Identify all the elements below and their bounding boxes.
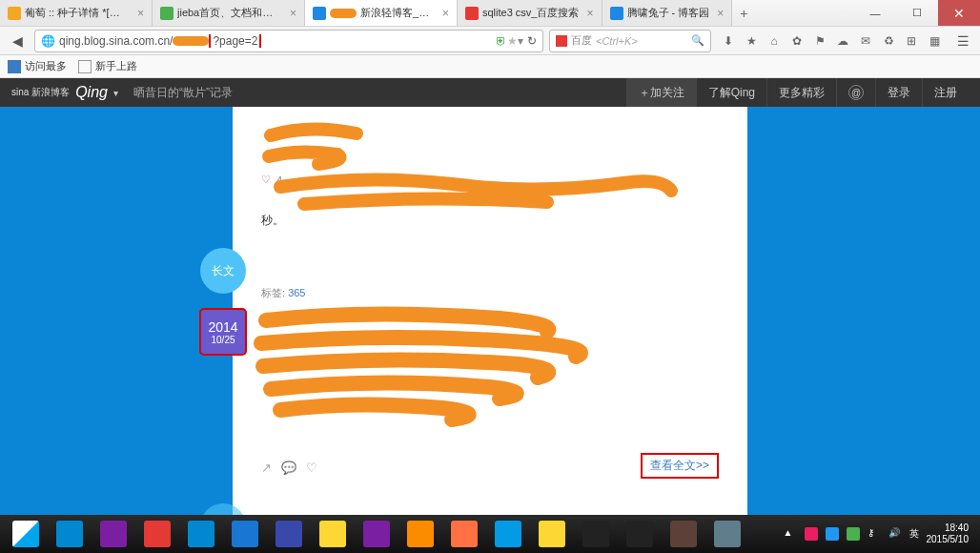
menu-button[interactable]: ☰ <box>951 30 974 52</box>
clock[interactable]: 18:40 2015/5/10 <box>927 522 970 545</box>
taskbar-app[interactable] <box>531 517 573 551</box>
page-content: ♡ 4 秒。 长文 2014 10/25 标签: 365 <box>0 107 980 515</box>
tab-close-icon[interactable]: × <box>586 7 593 20</box>
like-count: 4 <box>276 174 282 186</box>
taskbar-app[interactable] <box>575 517 617 551</box>
browser-toolbar-icons: ⬇ ★ ⌂ ✿ ⚑ ☁ ✉ ♻ ⊞ ▦ <box>717 33 946 49</box>
bookmarks-icon[interactable]: ★ <box>744 33 759 49</box>
dropdown-icon[interactable]: ▾ <box>518 34 523 48</box>
network-icon[interactable]: ⚷ <box>868 527 881 541</box>
share-icon[interactable]: ↗ <box>261 461 272 475</box>
longtext-badge <box>200 503 246 515</box>
site-logo[interactable]: sina 新浪博客 Qing ▾ 晒昔日的“散片”记录 <box>11 84 233 101</box>
clock-date: 2015/5/10 <box>927 534 970 545</box>
tab-2-active[interactable]: 新浪轻博客_Qing:...× <box>305 0 458 26</box>
date-badge: 2014 10/25 <box>200 309 246 355</box>
refresh-icon[interactable]: ↻ <box>527 34 537 48</box>
tab-0[interactable]: 葡萄 :: 种子详情 *[冰与火...× <box>0 0 153 26</box>
url-text: qing.blog.sina.com.cn/?page=2 <box>59 34 496 48</box>
tab-4[interactable]: 腾啸兔子 - 博客园× <box>602 0 733 26</box>
post-meta: ♡ 4 <box>261 174 719 186</box>
addon-icon[interactable]: ✿ <box>789 33 805 49</box>
nav-about-qing[interactable]: 了解Qing <box>696 78 766 107</box>
bookmark-most-visited[interactable]: 访问最多 <box>8 59 67 73</box>
bookmark-bar: 访问最多 新手上路 <box>0 55 980 78</box>
tag-link[interactable]: 365 <box>288 287 305 298</box>
tray-app-icon[interactable] <box>847 527 860 541</box>
read-more-link[interactable]: 查看全文>> <box>650 459 709 472</box>
ime-indicator[interactable]: 英 <box>909 527 919 541</box>
home-icon[interactable]: ⌂ <box>766 33 782 49</box>
nav-more[interactable]: 更多精彩 <box>766 78 836 107</box>
search-engine-icon <box>556 35 567 47</box>
read-more-box: 查看全文>> <box>641 453 719 479</box>
taskbar-app[interactable] <box>619 517 661 551</box>
favicon <box>160 7 174 20</box>
search-field[interactable]: 百度 <Ctrl+K> 🔍 <box>549 30 711 52</box>
chevron-down-icon[interactable]: ▾ <box>113 88 118 98</box>
back-button[interactable]: ◀ <box>6 30 29 52</box>
downloads-icon[interactable]: ⬇ <box>721 33 736 49</box>
taskbar-app[interactable] <box>663 517 704 551</box>
taskbar-app[interactable] <box>180 517 222 551</box>
volume-icon[interactable]: 🔊 <box>888 527 902 541</box>
search-placeholder: <Ctrl+K> <box>596 35 687 47</box>
comment-icon[interactable]: 💬 <box>281 461 296 475</box>
register-button[interactable]: 注册 <box>922 78 969 107</box>
taskbar-app[interactable] <box>706 517 748 551</box>
flag-icon[interactable]: ⚑ <box>812 33 827 49</box>
tab-close-icon[interactable]: × <box>137 7 144 20</box>
window-minimize-button[interactable]: — <box>854 0 896 26</box>
feed-column: ♡ 4 秒。 长文 2014 10/25 标签: 365 <box>233 107 747 515</box>
tiles-icon[interactable]: ▦ <box>927 33 942 49</box>
tab-close-icon[interactable]: × <box>290 7 296 20</box>
date-year: 2014 <box>208 319 237 335</box>
new-tab-button[interactable]: + <box>732 0 755 26</box>
tab-close-icon[interactable]: × <box>717 7 724 20</box>
tray-up-icon[interactable]: ▲ <box>784 527 797 541</box>
favicon <box>8 7 21 20</box>
qing-logo-text: Qing <box>75 84 108 101</box>
redacted-icon <box>330 9 357 18</box>
taskbar-app[interactable] <box>356 517 398 551</box>
taskbar-app[interactable] <box>92 517 134 551</box>
address-field[interactable]: 🌐 qing.blog.sina.com.cn/?page=2 ⛨ ★ ▾ ↻ <box>34 30 543 52</box>
tray-app-icon[interactable] <box>805 527 818 541</box>
start-button[interactable] <box>5 517 47 551</box>
favicon <box>465 7 479 20</box>
system-tray: ▲ ⚷ 🔊 英 18:40 2015/5/10 <box>776 522 977 545</box>
site-header: sina 新浪博客 Qing ▾ 晒昔日的“散片”记录 ＋加关注 了解Qing … <box>0 78 980 107</box>
tab-close-icon[interactable]: × <box>442 7 449 20</box>
site-slogan: 晒昔日的“散片”记录 <box>133 85 233 101</box>
window-maximize-button[interactable]: ☐ <box>896 0 938 26</box>
post-1: ♡ 4 秒。 <box>261 126 719 229</box>
post-2: 长文 2014 10/25 标签: 365 ↗ 💬 <box>261 286 719 475</box>
clock-time: 18:40 <box>927 522 970 534</box>
tab-3[interactable]: sqlite3 csv_百度搜索× <box>458 0 602 26</box>
bookmark-getting-started[interactable]: 新手上路 <box>78 59 137 73</box>
favicon <box>313 7 326 20</box>
taskbar-app[interactable] <box>136 517 178 551</box>
tab-label: 葡萄 :: 种子详情 *[冰与火... <box>25 6 130 20</box>
taskbar-app[interactable] <box>399 517 441 551</box>
taskbar-app[interactable] <box>224 517 266 551</box>
search-go-icon[interactable]: 🔍 <box>691 34 704 47</box>
taskbar-app[interactable] <box>268 517 310 551</box>
taskbar-app[interactable] <box>487 517 529 551</box>
login-button[interactable]: 登录 <box>875 78 922 107</box>
window-close-button[interactable]: ✕ <box>938 0 980 26</box>
tab-1[interactable]: jieba首页、文档和下载 - ...× <box>153 0 305 26</box>
like-icon[interactable]: ♡ <box>306 461 317 475</box>
bookmark-star-icon[interactable]: ★ <box>507 34 518 48</box>
taskbar-app[interactable] <box>49 517 91 551</box>
taskbar-app[interactable] <box>443 517 485 551</box>
tray-app-icon[interactable] <box>826 527 839 541</box>
follow-button[interactable]: ＋加关注 <box>626 78 696 107</box>
refresh2-icon[interactable]: ♻ <box>881 33 896 49</box>
grid-icon[interactable]: ⊞ <box>904 33 919 49</box>
nav-mentions[interactable]: @ <box>836 78 875 107</box>
taskbar-app[interactable] <box>312 517 354 551</box>
heart-icon[interactable]: ♡ <box>261 174 271 186</box>
mail-icon[interactable]: ✉ <box>858 33 873 49</box>
sync-icon[interactable]: ☁ <box>835 33 850 49</box>
